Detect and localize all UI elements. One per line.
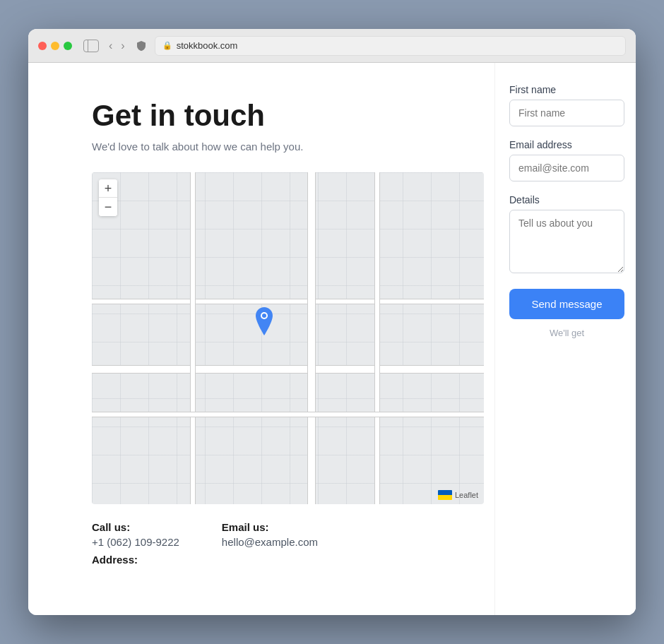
address-bar[interactable]: 🔒 stokkbook.com: [155, 36, 626, 56]
call-value: +1 (062) 109-9222: [92, 536, 179, 548]
svg-point-1: [262, 314, 266, 318]
zoom-in-button[interactable]: +: [99, 179, 117, 198]
details-textarea[interactable]: [509, 210, 624, 273]
map-road: [92, 365, 484, 374]
map-controls: + −: [99, 179, 117, 216]
contact-form-panel: First name Email address Details Send me…: [494, 63, 636, 615]
map-container: + − Leaflet: [92, 172, 484, 504]
email-group: Email address: [509, 139, 624, 181]
maximize-button[interactable]: [64, 42, 72, 50]
map-pin: [253, 307, 275, 338]
map-road: [190, 172, 196, 504]
email-us-value: hello@example.com: [222, 536, 318, 548]
browser-content: Get in touch We'd love to talk about how…: [28, 63, 636, 615]
form-note: We'll get: [509, 328, 624, 338]
sidebar-toggle-button[interactable]: [83, 40, 99, 52]
contact-email-block: Email us: hello@example.com: [222, 521, 318, 548]
main-content: Get in touch We'd love to talk about how…: [28, 63, 494, 615]
nav-arrows: ‹ ›: [106, 38, 128, 54]
forward-button[interactable]: ›: [118, 38, 127, 54]
leaflet-flag: [438, 490, 452, 500]
details-label: Details: [509, 194, 624, 205]
first-name-label: First name: [509, 84, 624, 95]
details-group: Details: [509, 194, 624, 276]
map-background: [92, 172, 484, 504]
map-road: [92, 299, 484, 304]
map-attribution: Leaflet: [438, 490, 478, 500]
browser-chrome: ‹ › 🔒 stokkbook.com: [28, 29, 636, 63]
email-us-label: Email us:: [222, 521, 318, 533]
first-name-input[interactable]: [509, 100, 624, 126]
map-road: [307, 172, 316, 504]
map-road: [374, 172, 380, 504]
submit-button[interactable]: Send message: [509, 289, 624, 319]
lock-icon: 🔒: [162, 41, 172, 50]
close-button[interactable]: [38, 42, 47, 50]
zoom-out-button[interactable]: −: [99, 198, 117, 216]
call-label: Call us:: [92, 521, 179, 533]
address-label: Address:: [92, 554, 459, 566]
url-text: stokkbook.com: [177, 40, 238, 51]
traffic-lights: [38, 42, 72, 50]
first-name-group: First name: [509, 84, 624, 126]
contact-info: Call us: +1 (062) 109-9222 Email us: hel…: [92, 521, 459, 548]
shield-icon: [135, 40, 148, 52]
contact-call-block: Call us: +1 (062) 109-9222: [92, 521, 179, 548]
leaflet-label: Leaflet: [455, 491, 478, 499]
map-road: [92, 412, 484, 417]
email-input[interactable]: [509, 155, 624, 181]
browser-window: ‹ › 🔒 stokkbook.com Get in touch We'd lo…: [28, 29, 636, 615]
page-title: Get in touch: [92, 98, 459, 133]
minimize-button[interactable]: [51, 42, 59, 50]
page-subtitle: We'd love to talk about how we can help …: [92, 141, 459, 153]
email-label: Email address: [509, 139, 624, 150]
back-button[interactable]: ‹: [106, 38, 115, 54]
